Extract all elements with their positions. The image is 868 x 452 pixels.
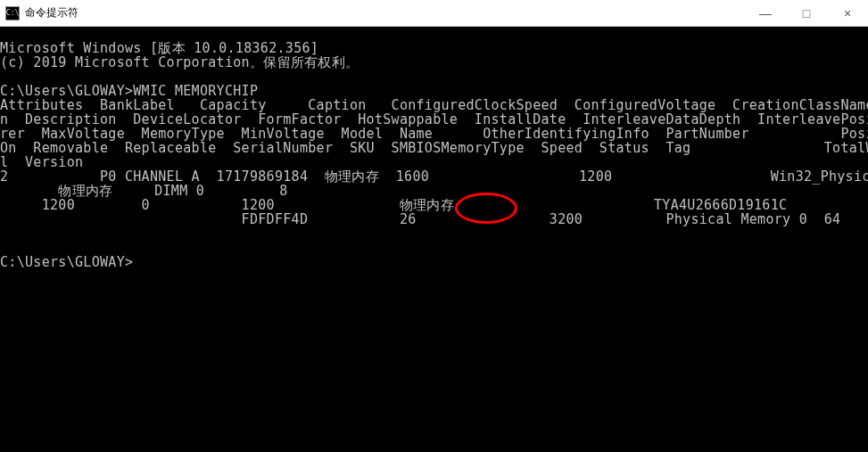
maximize-button[interactable]: □: [786, 0, 827, 26]
terminal-area[interactable]: Microsoft Windows [版本 10.0.18362.356] (c…: [0, 27, 868, 452]
terminal-line: (c) 2019 Microsoft Corporation。保留所有权利。: [0, 54, 359, 70]
window-controls: — □ ×: [745, 0, 868, 26]
close-button[interactable]: ×: [827, 0, 868, 26]
cmd-icon: C:\: [5, 6, 20, 21]
window-title: 命令提示符: [25, 5, 745, 21]
window-titlebar: C:\ 命令提示符 — □ ×: [0, 0, 868, 27]
minimize-button[interactable]: —: [745, 0, 786, 26]
terminal-output: Microsoft Windows [版本 10.0.18362.356] (c…: [0, 27, 868, 269]
terminal-line: C:\Users\GLOWAY>: [0, 254, 133, 270]
cmd-icon-text: C:\: [6, 9, 19, 17]
terminal-line: On Removable Replaceable SerialNumber SK…: [0, 140, 868, 156]
terminal-line: FDFDFF4D 26 3200 Physical Memory 0 64 16…: [0, 211, 868, 227]
